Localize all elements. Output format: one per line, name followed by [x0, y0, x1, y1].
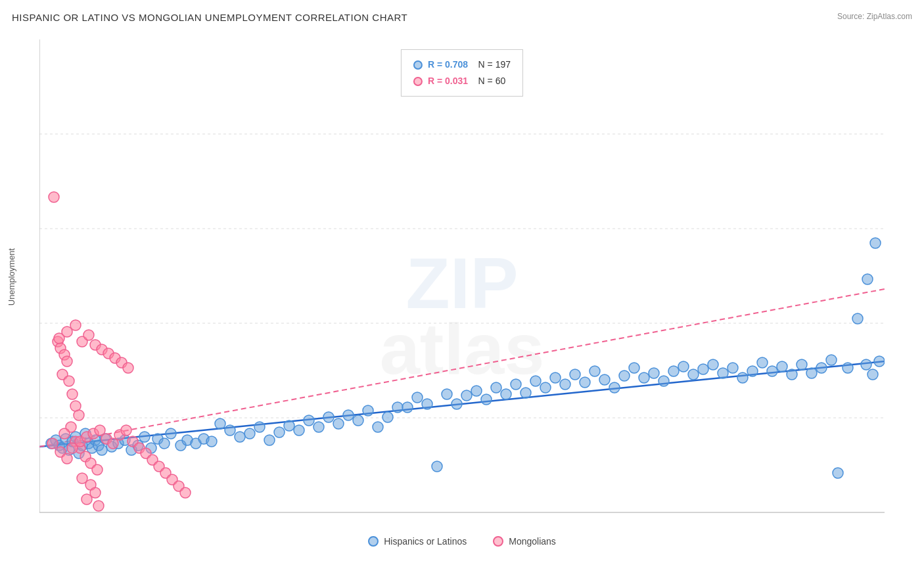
svg-point-138	[93, 501, 104, 511]
svg-point-29	[97, 445, 107, 455]
svg-point-71	[461, 390, 472, 401]
svg-point-78	[530, 376, 541, 386]
svg-point-63	[382, 412, 393, 422]
legend-dot-blue	[413, 60, 423, 70]
svg-point-89	[639, 372, 649, 383]
svg-point-170	[180, 487, 191, 498]
svg-point-75	[501, 389, 511, 399]
svg-point-98	[728, 363, 738, 373]
svg-point-115	[862, 274, 873, 284]
svg-point-62	[373, 422, 383, 432]
legend-dot-pink	[413, 77, 423, 86]
svg-point-66	[412, 392, 423, 403]
chart-container: HISPANIC OR LATINO VS MONGOLIAN UNEMPLOY…	[0, 0, 924, 586]
svg-point-84	[589, 366, 600, 376]
svg-point-105	[797, 359, 807, 370]
svg-point-110	[843, 363, 853, 373]
svg-point-72	[471, 386, 482, 396]
svg-point-83	[580, 377, 590, 388]
svg-point-92	[668, 366, 679, 376]
svg-point-85	[599, 374, 610, 385]
bottom-dot-blue	[368, 536, 379, 547]
svg-point-56	[313, 422, 324, 432]
svg-point-121	[62, 356, 72, 367]
legend-row-blue: R = 0.708 N = 197	[413, 56, 511, 73]
svg-point-50	[254, 422, 265, 432]
source-text: Source: ZipAtlas.com	[837, 12, 912, 21]
svg-point-58	[333, 418, 344, 429]
svg-point-152	[62, 453, 72, 464]
svg-point-141	[70, 320, 81, 330]
svg-point-55	[304, 415, 314, 426]
svg-point-112	[861, 359, 871, 370]
svg-point-143	[83, 330, 94, 340]
svg-point-133	[92, 464, 103, 475]
svg-point-80	[550, 372, 561, 383]
bottom-label-blue: Hispanics or Latinos	[384, 536, 467, 547]
svg-point-149	[123, 363, 133, 373]
chart-svg: ZIP atlas 5.0% 10.0% 15.0% 20.0% 0.0% 10…	[39, 39, 885, 514]
bottom-legend-blue: Hispanics or Latinos	[368, 536, 467, 547]
svg-point-82	[570, 369, 580, 380]
svg-point-101	[757, 357, 768, 368]
svg-point-107	[816, 363, 827, 373]
svg-point-123	[64, 376, 74, 386]
svg-point-79	[540, 382, 551, 393]
svg-point-97	[718, 368, 728, 378]
svg-point-106	[806, 368, 817, 378]
svg-point-73	[481, 394, 492, 405]
svg-point-90	[649, 368, 659, 378]
svg-point-53	[284, 420, 294, 431]
bottom-legend: Hispanics or Latinos Mongolians	[0, 536, 924, 547]
svg-point-51	[264, 435, 275, 445]
legend-row-pink: R = 0.031 N = 60	[413, 73, 511, 89]
svg-point-36	[139, 432, 150, 442]
svg-point-87	[619, 371, 630, 381]
svg-point-91	[658, 376, 669, 386]
svg-point-108	[826, 355, 837, 365]
watermark-atlas-text: atlas	[380, 308, 545, 389]
svg-point-128	[59, 428, 70, 439]
svg-point-126	[74, 410, 84, 420]
svg-point-161	[121, 425, 131, 436]
svg-point-67	[422, 399, 432, 409]
svg-point-76	[511, 379, 521, 390]
svg-point-114	[874, 356, 885, 367]
svg-point-40	[166, 428, 176, 439]
svg-point-81	[560, 379, 570, 390]
svg-point-88	[629, 363, 639, 373]
svg-point-137	[81, 494, 92, 505]
bottom-label-pink: Mongolians	[509, 536, 556, 547]
svg-point-65	[402, 402, 413, 413]
svg-point-49	[244, 428, 255, 439]
svg-point-102	[767, 366, 777, 376]
svg-point-104	[787, 369, 797, 380]
svg-point-77	[520, 388, 531, 398]
svg-point-86	[609, 382, 620, 393]
svg-point-96	[708, 359, 718, 370]
svg-point-113	[867, 369, 878, 380]
svg-point-93	[678, 361, 689, 372]
svg-point-46	[215, 418, 225, 429]
y-axis-label: Unemployment	[5, 39, 18, 514]
svg-point-57	[323, 412, 334, 422]
svg-point-117	[49, 192, 59, 202]
svg-point-74	[491, 382, 501, 393]
svg-point-64	[392, 402, 403, 413]
svg-point-111	[852, 313, 863, 324]
svg-point-95	[698, 364, 708, 374]
svg-point-54	[294, 425, 304, 436]
svg-point-52	[274, 427, 285, 438]
svg-point-70	[451, 399, 462, 409]
svg-point-48	[235, 432, 245, 442]
svg-point-60	[353, 415, 363, 426]
svg-point-61	[363, 405, 373, 416]
svg-point-47	[225, 425, 235, 436]
svg-point-68	[432, 461, 442, 472]
bottom-legend-pink: Mongolians	[493, 536, 556, 547]
svg-point-103	[777, 361, 787, 372]
svg-point-39	[159, 438, 170, 449]
svg-point-59	[343, 410, 354, 420]
chart-title: HISPANIC OR LATINO VS MONGOLIAN UNEMPLOY…	[12, 12, 407, 23]
svg-point-45	[206, 436, 217, 447]
